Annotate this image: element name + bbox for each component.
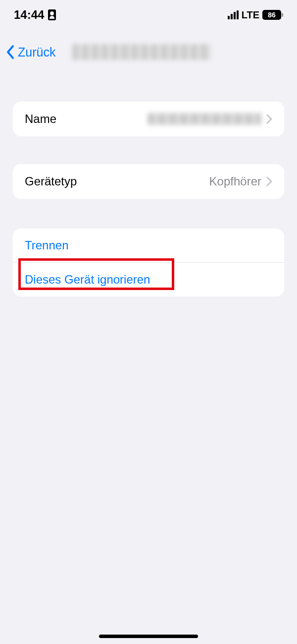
content: Name Gerätetyp Kopfhörer Trennen Di [0, 102, 297, 296]
battery-level: 86 [262, 10, 281, 20]
status-left: 14:44 [14, 8, 56, 22]
name-value [148, 113, 272, 125]
status-right: LTE 86 [228, 9, 283, 21]
disconnect-label: Trennen [25, 238, 69, 252]
name-group: Name [13, 102, 284, 136]
devicetype-group: Gerätetyp Kopfhörer [13, 164, 284, 199]
contact-card-icon [48, 9, 56, 20]
devicetype-label: Gerätetyp [25, 175, 77, 188]
chevron-right-icon [266, 176, 272, 186]
page-title-redacted [72, 44, 211, 60]
name-label: Name [25, 112, 56, 126]
cellular-signal-icon [228, 10, 239, 19]
chevron-right-icon [266, 114, 272, 124]
chevron-back-icon [6, 45, 15, 59]
devicetype-value-wrap: Kopfhörer [209, 175, 272, 188]
forget-device-label: Dieses Gerät ignorieren [25, 273, 150, 286]
network-type: LTE [242, 9, 259, 21]
devicetype-value: Kopfhörer [209, 175, 261, 188]
home-indicator[interactable] [99, 635, 198, 638]
status-time: 14:44 [14, 8, 44, 22]
name-row[interactable]: Name [13, 102, 284, 136]
actions-group: Trennen Dieses Gerät ignorieren [13, 229, 284, 296]
name-value-redacted [148, 113, 261, 125]
disconnect-button[interactable]: Trennen [13, 229, 284, 262]
back-label: Zurück [18, 45, 55, 59]
navigation-bar: Zurück [0, 37, 297, 67]
status-bar: 14:44 LTE 86 [0, 0, 297, 30]
battery-icon: 86 [262, 10, 283, 20]
devicetype-row[interactable]: Gerätetyp Kopfhörer [13, 164, 284, 199]
forget-device-button[interactable]: Dieses Gerät ignorieren [13, 262, 284, 296]
back-button[interactable]: Zurück [6, 45, 55, 59]
